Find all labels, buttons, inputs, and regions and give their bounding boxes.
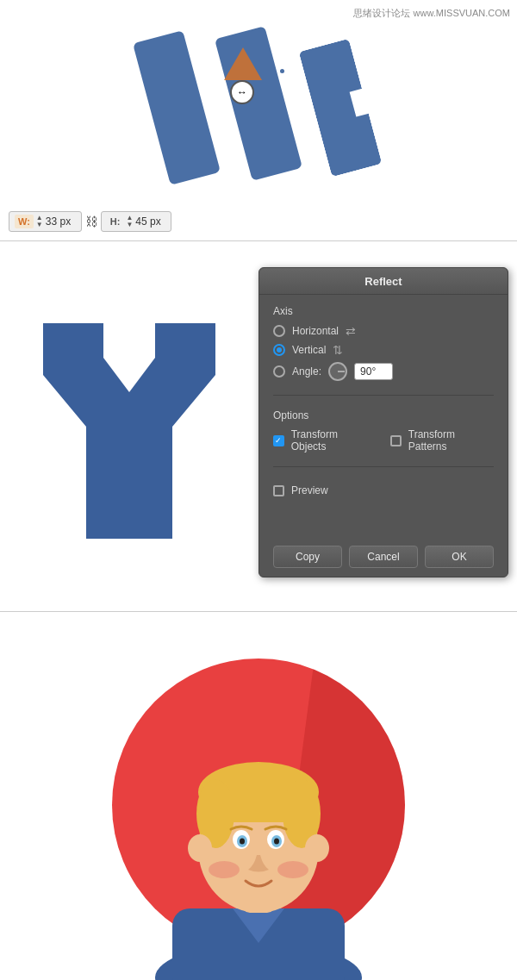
cancel-button[interactable]: Cancel (349, 546, 418, 568)
angle-label: Angle: (292, 365, 321, 378)
axis-label: Axis (273, 305, 494, 317)
anchor-dot (280, 69, 284, 73)
avatar-container (103, 641, 414, 952)
svg-point-19 (188, 834, 212, 862)
vertical-label: Vertical (292, 344, 326, 356)
angle-radio[interactable] (273, 365, 285, 378)
shape-middle-container: ↔ (228, 30, 289, 185)
divider2 (273, 466, 494, 467)
w-value: 33 px (46, 215, 76, 228)
options-section: Options Transform Objects Transform Patt… (273, 409, 494, 453)
radio-group: Horizontal ⇄ Vertical ⇅ Angle: (273, 324, 494, 381)
angle-option[interactable]: Angle: (273, 362, 494, 381)
svg-marker-1 (103, 323, 155, 358)
dialog-titlebar: Reflect (259, 268, 508, 295)
toolbar: W: ▲▼ 33 px ⛓ H: ▲▼ 45 px (9, 211, 171, 232)
vertical-radio[interactable] (273, 344, 285, 356)
transform-patterns-label: Transform Patterns (408, 428, 494, 453)
link-icon: ⛓ (85, 215, 97, 228)
transform-patterns-check[interactable] (390, 435, 402, 446)
shape-right (299, 38, 383, 176)
orange-triangle (224, 47, 262, 80)
angle-input[interactable] (354, 363, 393, 380)
preview-check[interactable] (273, 485, 284, 496)
v-shape-svg (26, 306, 233, 547)
options-label: Options (273, 409, 494, 421)
h-label: H: (107, 215, 124, 228)
height-control[interactable]: H: ▲▼ 45 px (101, 211, 172, 232)
horizontal-option[interactable]: Horizontal ⇄ (273, 324, 494, 338)
horizontal-radio[interactable] (273, 325, 285, 337)
vertical-option[interactable]: Vertical ⇅ (273, 343, 494, 357)
section3 (0, 612, 517, 980)
character-svg (103, 641, 414, 981)
h-value: 45 px (135, 215, 165, 228)
width-control[interactable]: W: ▲▼ 33 px (9, 211, 82, 232)
ok-button[interactable]: OK (425, 546, 494, 568)
transform-objects-check[interactable] (273, 435, 284, 446)
horizontal-icon: ⇄ (346, 324, 356, 338)
options-checkboxes: Transform Objects Transform Patterns (273, 428, 494, 453)
dialog-buttons: Copy Cancel OK (259, 537, 508, 577)
w-arrows[interactable]: ▲▼ (36, 215, 43, 228)
reflect-dialog[interactable]: Reflect Axis Horizontal ⇄ Vertical (258, 267, 508, 577)
angle-dial[interactable] (328, 362, 347, 381)
shapes-area: ↔ (0, 9, 517, 206)
vertical-icon: ⇅ (333, 343, 343, 357)
shape-left (133, 30, 221, 185)
svg-point-18 (277, 861, 308, 878)
cursor-icon: ↔ (230, 80, 254, 104)
v-shape-area (0, 241, 258, 612)
transform-objects-label: Transform Objects (291, 428, 373, 453)
copy-button[interactable]: Copy (273, 546, 342, 568)
section2: Reflect Axis Horizontal ⇄ Vertical (0, 241, 517, 612)
dialog-title: Reflect (364, 275, 402, 288)
svg-point-20 (305, 834, 329, 862)
axis-section: Axis Horizontal ⇄ Vertical ⇅ (273, 305, 494, 381)
svg-point-17 (209, 861, 240, 878)
svg-point-15 (240, 838, 245, 844)
dialog-body: Axis Horizontal ⇄ Vertical ⇅ (259, 295, 508, 537)
horizontal-label: Horizontal (292, 325, 339, 337)
svg-point-16 (274, 838, 279, 844)
section1: 思绪设计论坛 www.MISSVUAN.COM ↔ W: ▲▼ 33 px ⛓ … (0, 0, 517, 241)
preview-row: Preview (273, 484, 494, 496)
w-label: W: (15, 215, 34, 228)
divider1 (273, 395, 494, 396)
preview-label: Preview (291, 484, 328, 496)
h-arrows[interactable]: ▲▼ (126, 215, 133, 228)
svg-rect-10 (202, 792, 315, 822)
